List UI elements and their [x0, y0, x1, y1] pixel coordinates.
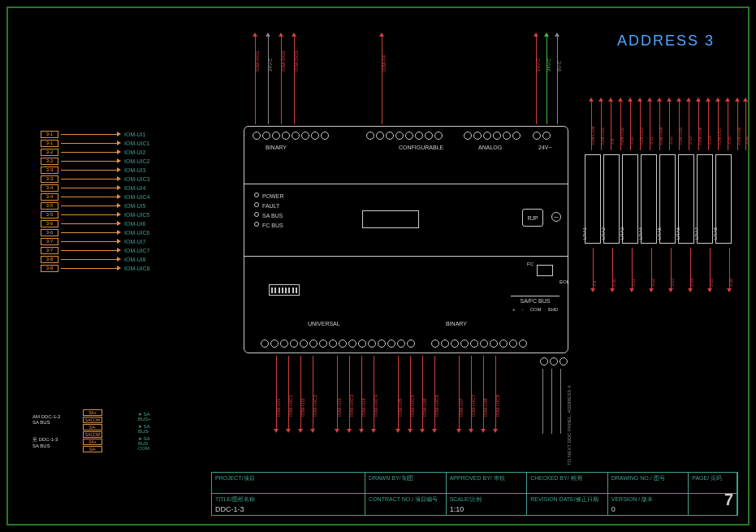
bus-terminal-box: SACOM [83, 417, 102, 423]
signal-row: 3-5IOM-UI5 [41, 201, 150, 210]
controller-front-panel: POWERFAULTSA BUSFC BUS RJP – [244, 184, 568, 257]
signal-ref-box: 3-6 [41, 220, 58, 227]
terminal [366, 132, 374, 140]
wire-label: IOM-DO8 [737, 128, 741, 145]
bottom-wire [398, 356, 399, 429]
terminal [405, 132, 413, 140]
wire-label: IOM-UI4 [361, 398, 366, 417]
title-block: PROJECT/项目DRAWN BY/ 制图APPROVED BY/ 审核CHE… [211, 472, 738, 516]
signal-wire [61, 232, 118, 233]
bus-out-label: ➤ SA BUS- [138, 423, 151, 434]
fc-connector [537, 265, 553, 276]
bus-terminal-box: SA+ [83, 409, 102, 416]
eol-label: EOL [559, 279, 569, 284]
terminal [319, 340, 327, 348]
signal-name: IOM-UIC1 [124, 141, 150, 146]
signal-row: 3-7IOM-UIC7 [41, 246, 150, 255]
lcd-display [362, 210, 419, 228]
signal-wire [61, 214, 118, 215]
terminal [309, 340, 318, 348]
terminal [490, 340, 498, 348]
address-label: ADDRESS 3 [617, 32, 715, 50]
wire-label: IOM-UIC7 [471, 395, 476, 417]
relay: LRA2 [603, 154, 620, 244]
titleblock-cell: PROJECT/项目 [212, 473, 365, 493]
signal-ref-box: 3-3 [41, 167, 58, 174]
wire-label: IOM-DO1 [600, 128, 605, 145]
relay: LRA8 [715, 154, 732, 244]
dip-switch [269, 284, 300, 296]
ddc-controller: BINARY CONFIGURABLE ANALOG 24V~ POWERFAU… [244, 126, 568, 353]
signal-name: IOM-UI4 [124, 185, 145, 191]
signal-wire [61, 223, 118, 224]
signal-name: IOM-UI3 [124, 167, 145, 173]
wire-label: IOM-UIC5 [410, 395, 415, 417]
signal-wire [61, 250, 118, 251]
bottom-wire [471, 356, 472, 429]
signal-row: 3-2IOM-UI2 [41, 148, 150, 157]
terminal [483, 132, 491, 140]
terminal [301, 132, 309, 140]
ground-terminal-block: TO NEXT DDC PANEL, ADDRESS 4 [540, 357, 568, 434]
bottom-wire [434, 356, 435, 429]
signal-name: IOM-UIC7 [124, 248, 150, 253]
signal-wire [61, 170, 118, 171]
safc-pins: +-COMSHD [511, 307, 559, 312]
terminal [451, 340, 459, 348]
terminal [441, 340, 449, 348]
titleblock-cell: TITLE/图框名称DDC-1-3 [212, 494, 365, 515]
signal-row: 3-1IOM-UIC1 [41, 139, 150, 148]
terminal [368, 340, 376, 348]
terminal [415, 132, 423, 140]
terminal [290, 340, 298, 348]
indicator-fault: FAULT [254, 202, 283, 210]
sa-bus-connection: AM DDC-1-2 SA BUS SA+SACOMSA-SACOMSA+SA-… [32, 414, 60, 448]
signal-ref-box: 3-5 [41, 202, 58, 210]
terminal [542, 132, 551, 140]
wire-label: IOM-DO2 [620, 128, 624, 145]
terminal [397, 340, 405, 348]
bottom-wire [422, 356, 423, 429]
wire-label: IOM-DO6 [698, 128, 702, 145]
titleblock-cell: REVISION DATE/修正日期 [527, 494, 608, 515]
bus-source-1-sub: SA BUS [32, 420, 50, 425]
terminal [386, 132, 394, 140]
wire-label: 3-10 [629, 136, 634, 145]
wire-label: 3-12 [668, 136, 673, 145]
wire-label: IOM-UIC6 [434, 395, 439, 417]
signal-row: 3-3IOM-UI3 [41, 166, 150, 175]
safc-bus-label: SA/FC BUS [511, 296, 559, 304]
section-binary: BINARY [266, 145, 287, 150]
signal-name: IOM-UI7 [124, 239, 145, 244]
top-wire [557, 37, 558, 124]
adjust-button: – [551, 212, 561, 222]
signal-name: IOM-UIC2 [124, 158, 150, 164]
titleblock-cell: APPROVED BY/ 审核 [447, 473, 528, 493]
rjp-port: RJP [522, 209, 543, 227]
titleblock-cell: CONTRACT NO./ 项目编号 [365, 494, 447, 515]
signal-reference-list: 3-1IOM-UI13-1IOM-UIC13-2IOM-UI23-2IOM-UI… [41, 130, 150, 273]
relay: LRA6 [678, 154, 694, 244]
bottom-wire [276, 356, 277, 429]
bottom-wire [374, 356, 374, 429]
safc-pin: SHD [547, 307, 558, 312]
signal-name: IOM-UIC6 [124, 230, 150, 236]
signal-ref-box: 3-6 [41, 229, 58, 236]
wire-label: IOM-DO5 [678, 128, 683, 145]
ground-destination-label: TO NEXT DDC PANEL, ADDRESS 4 [567, 386, 572, 465]
signal-ref-box: 3-7 [41, 238, 58, 245]
bus-source-2-sub: SA BUS [32, 443, 50, 448]
terminal [473, 132, 482, 140]
safc-pin: + [512, 307, 516, 312]
wire-label: 3-10 [611, 279, 616, 287]
signal-row: 3-1IOM-UI1 [41, 130, 150, 139]
wire-label: 3-13 [688, 136, 693, 145]
wire-label: IOM-DO3 [294, 50, 299, 71]
wire-label: IOM-UI6 [422, 398, 427, 417]
wire-label: 3-14 [707, 136, 712, 145]
bottom-wire [483, 356, 484, 429]
wire-label: IOM-DO3 [639, 128, 644, 145]
bus-source-2: 至 DDC-1-3 [32, 437, 58, 442]
terminal [300, 340, 308, 348]
terminal [270, 340, 279, 348]
